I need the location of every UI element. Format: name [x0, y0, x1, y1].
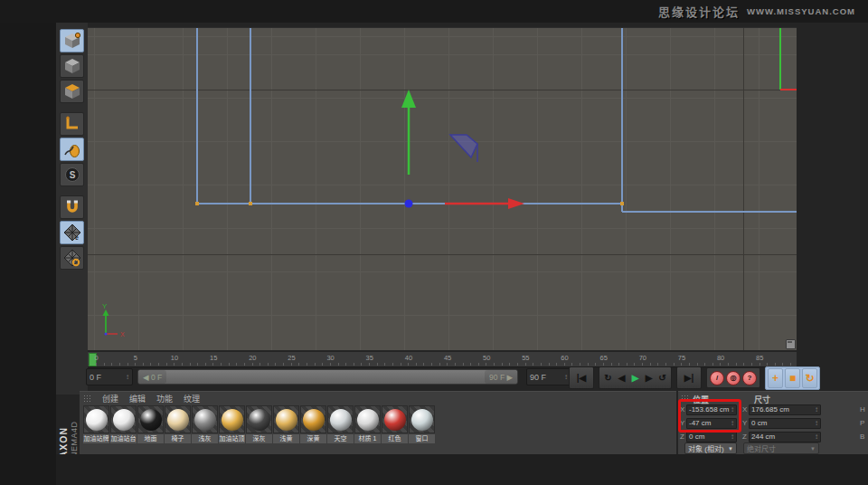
frame-tick-label: 35	[366, 354, 373, 362]
frame-tick-label: 10	[171, 354, 178, 362]
range-start-grip[interactable]: ◀ 0 F	[138, 370, 166, 384]
position-y-field[interactable]: -47 cm↕	[686, 418, 737, 429]
material-preview[interactable]	[327, 405, 354, 433]
end-frame-field[interactable]: 90 F ↕	[526, 368, 571, 385]
material-item[interactable]: 天空	[327, 405, 354, 443]
material-preview[interactable]	[273, 405, 299, 433]
material-preview[interactable]	[192, 405, 218, 433]
current-frame-field[interactable]: 0 F ↕	[86, 368, 133, 385]
material-label: 红色	[382, 434, 408, 443]
cube-icon	[63, 57, 81, 75]
material-preview[interactable]	[246, 405, 272, 433]
panel-grip-icon[interactable]	[83, 395, 91, 402]
coordinate-row-x: X-153.658 cm↕X176.685 cm↕H	[680, 404, 866, 415]
go-to-end-button[interactable]: ▶|	[676, 366, 702, 389]
material-preview[interactable]	[219, 405, 245, 433]
site-title: 思缘设计论坛	[658, 3, 740, 20]
material-item[interactable]: 加油站牌	[83, 405, 109, 443]
polygons-mode-button[interactable]	[60, 246, 84, 270]
size-x-label: X	[742, 405, 749, 414]
material-item[interactable]: 红色	[382, 405, 408, 443]
timeline-ruler[interactable]: 0510152025303540455055606570758085	[88, 351, 797, 367]
go-to-start-button[interactable]: |◀	[569, 366, 594, 389]
material-sphere-icon	[357, 409, 379, 431]
next-frame-button[interactable]: ▶	[642, 373, 656, 383]
scale-tool-button[interactable]: ■	[785, 368, 800, 388]
autokey-button[interactable]: ◎	[726, 371, 741, 385]
stepper-icon[interactable]: ↕	[126, 373, 129, 381]
panel-grip-icon[interactable]	[681, 395, 689, 402]
cube-top-icon	[63, 82, 81, 100]
material-menu-2[interactable]: 功能	[156, 393, 173, 404]
material-preview[interactable]	[83, 405, 109, 433]
position-z-field[interactable]: 0 cm↕	[686, 432, 737, 442]
frame-tick-label: 45	[444, 354, 451, 362]
frame-tick-label: 55	[522, 354, 529, 362]
material-item[interactable]: 材质 1	[354, 405, 381, 443]
previous-frame-button[interactable]: ◀	[615, 373, 628, 383]
selected-point	[405, 200, 413, 208]
workplane-mode-button[interactable]	[60, 112, 84, 136]
model-mode-button[interactable]	[60, 54, 84, 78]
range-end-grip[interactable]: 90 F ▶	[485, 370, 517, 384]
material-item[interactable]: 地面	[137, 405, 164, 443]
material-item[interactable]: 浅黄	[273, 405, 299, 443]
material-sphere-icon	[384, 409, 406, 431]
play-button[interactable]: ▶	[628, 373, 642, 383]
size-z-field[interactable]: 244 cm↕	[749, 432, 821, 442]
size-y-field[interactable]: 0 cm↕	[749, 418, 821, 429]
material-menu-0[interactable]: 创建	[102, 393, 118, 404]
material-item[interactable]: 深黄	[300, 405, 326, 443]
mouse-input-button[interactable]	[60, 138, 84, 161]
material-preview[interactable]	[165, 405, 191, 433]
points-mode-button[interactable]: e	[60, 221, 84, 244]
spline	[197, 28, 797, 212]
rotate-tool-button[interactable]: ↻	[802, 368, 817, 388]
rotation-b-label: B	[860, 433, 866, 441]
material-item[interactable]: 加油站顶	[219, 405, 245, 443]
tool-group: +■↻	[765, 366, 820, 390]
frame-tick-label: 70	[639, 354, 646, 362]
cycle-backward-button[interactable]: ↻	[601, 373, 615, 383]
material-item[interactable]: 深灰	[246, 405, 272, 443]
material-menu-3[interactable]: 纹理	[184, 393, 200, 404]
material-preview[interactable]	[354, 405, 381, 433]
material-item[interactable]: 窗口	[409, 405, 435, 443]
move-tool-button[interactable]: +	[768, 368, 783, 388]
material-item[interactable]: 椅子	[165, 405, 191, 443]
record-options-button[interactable]: ?	[742, 371, 757, 385]
stepper-icon[interactable]: ↕	[564, 373, 568, 381]
snap-settings-button[interactable]: S	[60, 163, 84, 186]
material-menu-1[interactable]: 编辑	[129, 393, 146, 404]
material-sphere-icon	[303, 409, 325, 431]
coordinate-mode-dropdown[interactable]: 对象 (相对)▼	[684, 442, 737, 454]
timeline-range-slider[interactable]: ◀ 0 F 90 F ▶	[137, 369, 518, 385]
magnet-tool-button[interactable]	[60, 195, 84, 219]
size-mode-dropdown[interactable]: 绝对尺寸▼	[743, 442, 819, 454]
material-preview[interactable]	[409, 405, 435, 433]
make-editable-button[interactable]	[60, 29, 84, 52]
svg-text:Y: Y	[102, 302, 108, 310]
material-preview[interactable]	[137, 405, 164, 433]
viewport-corner-icon[interactable]	[786, 339, 796, 349]
material-sphere-icon	[113, 409, 135, 431]
cycle-forward-button[interactable]: ↺	[656, 373, 669, 383]
mouse-icon	[63, 140, 81, 158]
material-preview[interactable]	[110, 405, 137, 433]
frame-tick-label: 0	[95, 354, 99, 362]
size-x-field[interactable]: 176.685 cm↕	[749, 404, 821, 415]
material-preview[interactable]	[382, 405, 408, 433]
frame-tick-label: 15	[210, 354, 217, 362]
material-item[interactable]: 浅灰	[192, 405, 218, 443]
rotation-p-label: P	[860, 419, 866, 427]
frame-tick-label: 20	[249, 354, 256, 362]
svg-text:X: X	[120, 331, 125, 338]
material-item[interactable]: 加油站台	[110, 405, 137, 443]
record-active-objects-button[interactable]: /	[710, 371, 724, 385]
material-preview[interactable]	[300, 405, 326, 433]
viewport[interactable]: Y X	[88, 27, 797, 350]
texture-mode-button[interactable]	[60, 80, 84, 103]
position-x-field[interactable]: -153.658 cm↕	[686, 404, 737, 415]
material-sphere-icon	[249, 409, 270, 431]
playback-group: ↻◀▶▶↺	[599, 366, 672, 389]
